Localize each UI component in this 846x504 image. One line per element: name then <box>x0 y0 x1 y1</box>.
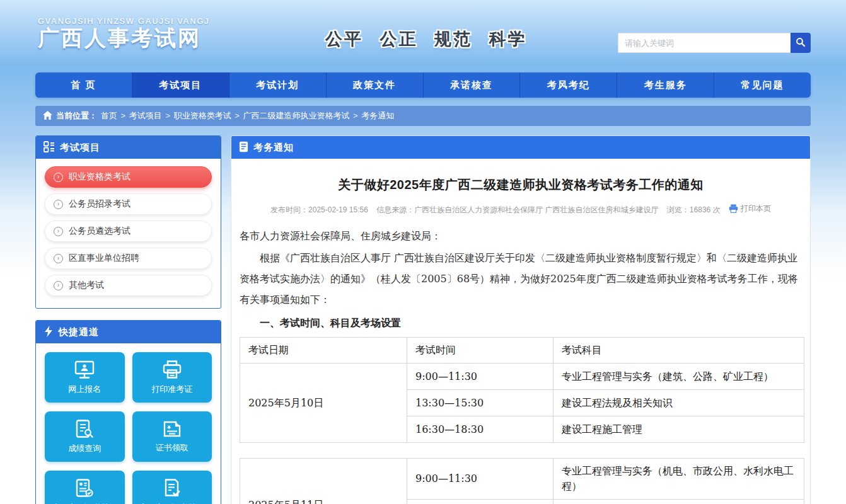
printer-icon <box>729 203 738 214</box>
site-header: GVANGJSIH YINZSW GAUJSI VANGJ 广西人事考试网 公平… <box>35 0 811 72</box>
sidebar-item-1[interactable]: ›公务员招录考试 <box>45 193 212 215</box>
quick-tile-1[interactable]: 打印准考证 <box>132 352 212 403</box>
article: 关于做好2025年度广西二级建造师执业资格考试考务工作的通知 发布时间：2025… <box>231 159 810 504</box>
info-source: 信息来源：广西壮族自治区人力资源和社会保障厅 广西壮族自治区住房和城乡建设厅 <box>376 205 658 214</box>
breadcrumb-link[interactable]: 职业资格类考试 <box>174 111 231 120</box>
doc-search-icon <box>75 420 94 438</box>
printer-icon <box>162 360 182 379</box>
breadcrumb-separator: > <box>119 111 128 120</box>
sidebar-item-label: 公务员招录考试 <box>69 198 130 210</box>
left-sidebar: 考试项目 ›职业资格类考试›公务员招录考试›公务员遴选考试›区直事业单位招聘›其… <box>35 135 221 504</box>
quick-channel-grid: 网上报名打印准考证成绩查询证书领取全国电子证书核验广西电子证书核验 <box>36 343 221 504</box>
table-row: 2025年5月11日9:00—11:30专业工程管理与实务（机电、市政公用、水利… <box>240 459 804 500</box>
breadcrumb-link[interactable]: 广西二级建造师执业资格考试 <box>243 111 349 120</box>
quick-tile-0[interactable]: 网上报名 <box>45 352 125 403</box>
site-slogan: 公平 公正 规范 科学 <box>325 28 527 50</box>
notice-panel-title: 考务通知 <box>253 142 294 154</box>
exam-subject-cell: 建设工程法规及相关知识 <box>553 500 804 504</box>
table-header-cell: 考试日期 <box>240 338 407 364</box>
body-paragraph: 根据《广西壮族自治区人事厅 广西壮族自治区建设厅关于印发〈二级建造师执业资格制度… <box>240 248 802 310</box>
nav-item-7[interactable]: 常见问题 <box>714 72 811 98</box>
sidebar-item-0[interactable]: ›职业资格类考试 <box>45 166 212 188</box>
monitor-user-icon <box>74 360 95 379</box>
sidebar-item-2[interactable]: ›公务员遴选考试 <box>45 220 212 242</box>
sidebar-item-3[interactable]: ›区直事业单位招聘 <box>45 248 212 269</box>
search-box <box>618 33 811 53</box>
sidebar-item-4[interactable]: ›其他考试 <box>45 275 212 296</box>
nav-item-5[interactable]: 考风考纪 <box>520 72 617 98</box>
notice-panel-header: 考务通知 <box>231 136 810 159</box>
breadcrumb-items: 首页 > 考试项目 > 职业资格类考试 > 广西二级建造师执业资格考试 > 考务… <box>101 110 394 122</box>
article-title: 关于做好2025年度广西二级建造师执业资格考试考务工作的通知 <box>265 176 777 193</box>
breadcrumb-link[interactable]: 考务通知 <box>361 111 394 120</box>
id-check-icon <box>75 479 94 498</box>
exam-subject-cell: 专业工程管理与实务（建筑、公路、矿业工程） <box>553 364 804 390</box>
sidebar-item-label: 其他考试 <box>69 280 104 291</box>
quick-tile-3[interactable]: 证书领取 <box>132 411 212 462</box>
circle-arrow-icon: › <box>54 281 63 290</box>
nav-item-2[interactable]: 考试计划 <box>229 72 327 98</box>
search-input[interactable] <box>618 33 791 53</box>
lightning-icon <box>43 326 54 339</box>
breadcrumb-link[interactable]: 首页 <box>101 111 117 120</box>
circle-arrow-icon: › <box>54 173 63 182</box>
certificate-icon <box>162 420 182 438</box>
document-icon <box>239 141 248 154</box>
quick-tile-label: 网上报名 <box>68 384 101 395</box>
section-heading: 一、考试时间、科目及考场设置 <box>240 312 802 333</box>
article-meta: 发布时间：2025-02-19 15:56 信息来源：广西壮族自治区人力资源和社… <box>240 203 802 215</box>
doc-check-icon <box>163 479 182 498</box>
site-logo: GVANGJSIH YINZSW GAUJSI VANGJ 广西人事考试网 <box>38 16 210 50</box>
exam-subject-cell: 建设工程法规及相关知识 <box>553 390 804 416</box>
exam-schedule-table-1: 2025年5月11日9:00—11:30专业工程管理与实务（机电、市政公用、水利… <box>240 458 804 504</box>
table-row: 2025年5月10日9:00—11:30专业工程管理与实务（建筑、公路、矿业工程… <box>240 364 804 390</box>
publish-time: 发布时间：2025-02-19 15:56 <box>270 205 368 214</box>
logo-title: 广西人事考试网 <box>38 26 210 50</box>
quick-tile-label: 证书领取 <box>156 442 188 454</box>
table-header-cell: 考试时间 <box>407 338 553 364</box>
search-icon <box>796 37 806 49</box>
quick-tile-label: 全国电子证书核验 <box>52 502 117 504</box>
exam-category-panel-header: 考试项目 <box>36 136 221 159</box>
quick-channel-panel-title: 快捷通道 <box>59 326 99 338</box>
logo-subtitle: GVANGJSIH YINZSW GAUJSI VANGJ <box>38 16 210 26</box>
exam-subject-cell: 建设工程施工管理 <box>553 416 804 443</box>
nav-item-1[interactable]: 考试项目 <box>132 72 229 98</box>
breadcrumb-separator: > <box>233 111 242 120</box>
search-button[interactable] <box>791 33 811 53</box>
home-icon <box>43 111 52 122</box>
quick-tile-4[interactable]: 全国电子证书核验 <box>45 471 125 504</box>
sidebar-item-label: 区直事业单位招聘 <box>69 253 139 264</box>
print-page-link[interactable]: 打印本页 <box>729 203 771 214</box>
exam-time-cell: 9:00—11:30 <box>407 364 553 390</box>
breadcrumb-separator: > <box>163 111 173 120</box>
exam-schedule-table-0: 考试日期考试时间考试科目2025年5月10日9:00—11:30专业工程管理与实… <box>240 337 804 443</box>
exam-time-cell: 13:30—15:30 <box>407 500 553 504</box>
quick-tile-5[interactable]: 广西电子证书核验 <box>132 471 212 504</box>
quick-tile-label: 打印准考证 <box>151 384 192 395</box>
quick-tile-label: 成绩查询 <box>68 443 101 454</box>
exam-date-cell: 2025年5月11日 <box>240 459 407 504</box>
quick-tile-2[interactable]: 成绩查询 <box>45 411 125 462</box>
main-nav: 首 页考试项目考试计划政策文件承诺核查考风考纪考生服务常见问题 <box>35 72 811 98</box>
nav-item-0[interactable]: 首 页 <box>35 72 132 98</box>
breadcrumb: 当前位置： 首页 > 考试项目 > 职业资格类考试 > 广西二级建造师执业资格考… <box>35 106 811 126</box>
breadcrumb-prefix: 当前位置： <box>56 110 97 122</box>
notice-panel: 考务通知 关于做好2025年度广西二级建造师执业资格考试考务工作的通知 发布时间… <box>231 135 811 504</box>
quick-channel-panel: 快捷通道 网上报名打印准考证成绩查询证书领取全国电子证书核验广西电子证书核验 <box>35 320 221 504</box>
breadcrumb-link[interactable]: 考试项目 <box>129 111 162 120</box>
sidebar-item-label: 公务员遴选考试 <box>69 226 130 237</box>
exam-time-cell: 9:00—11:30 <box>407 459 553 500</box>
exam-time-cell: 16:30—18:30 <box>407 416 553 443</box>
main-content: 考务通知 关于做好2025年度广西二级建造师执业资格考试考务工作的通知 发布时间… <box>231 135 811 504</box>
nav-item-6[interactable]: 考生服务 <box>617 72 714 98</box>
exam-time-cell: 13:30—15:30 <box>407 390 553 416</box>
exam-schedule-tables: 考试日期考试时间考试科目2025年5月10日9:00—11:30专业工程管理与实… <box>240 337 802 504</box>
quick-channel-panel-header: 快捷通道 <box>36 321 221 343</box>
nav-item-3[interactable]: 政策文件 <box>327 72 424 98</box>
view-count: 浏览：16836 次 <box>667 205 721 214</box>
category-grid-icon <box>43 141 55 154</box>
exam-date-cell: 2025年5月10日 <box>240 364 407 443</box>
table-header-cell: 考试科目 <box>553 338 804 364</box>
nav-item-4[interactable]: 承诺核查 <box>424 72 521 98</box>
